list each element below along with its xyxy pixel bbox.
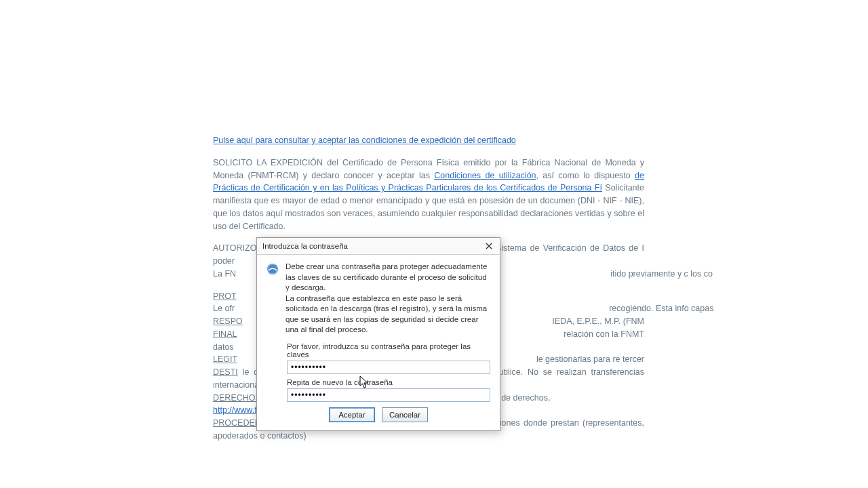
dialog-titlebar[interactable]: Introduzca la contraseña	[257, 238, 500, 255]
password-label: Por favor, introduzca su contraseña para…	[287, 342, 490, 359]
repeat-password-label: Repita de nuevo la contraseña	[287, 378, 490, 386]
info-icon	[267, 263, 279, 275]
conditions-link[interactable]: Condiciones de utilización	[434, 171, 536, 180]
password-dialog: Introduzca la contraseña Debe crear una …	[256, 237, 500, 431]
password-input[interactable]	[287, 361, 490, 374]
close-icon[interactable]	[482, 240, 496, 252]
dialog-message: Debe crear una contraseña para proteger …	[285, 262, 490, 336]
accept-button[interactable]: Aceptar	[329, 407, 375, 422]
terms-link[interactable]: Pulse aquí para consultar y aceptar las …	[213, 136, 516, 145]
repeat-password-input[interactable]	[287, 388, 490, 402]
cancel-button[interactable]: Cancelar	[382, 407, 428, 422]
dialog-title: Introduzca la contraseña	[262, 242, 348, 250]
paragraph-solicito: SOLICITO LA EXPEDICIÓN del Certificado d…	[213, 157, 644, 233]
svg-point-0	[267, 264, 278, 274]
